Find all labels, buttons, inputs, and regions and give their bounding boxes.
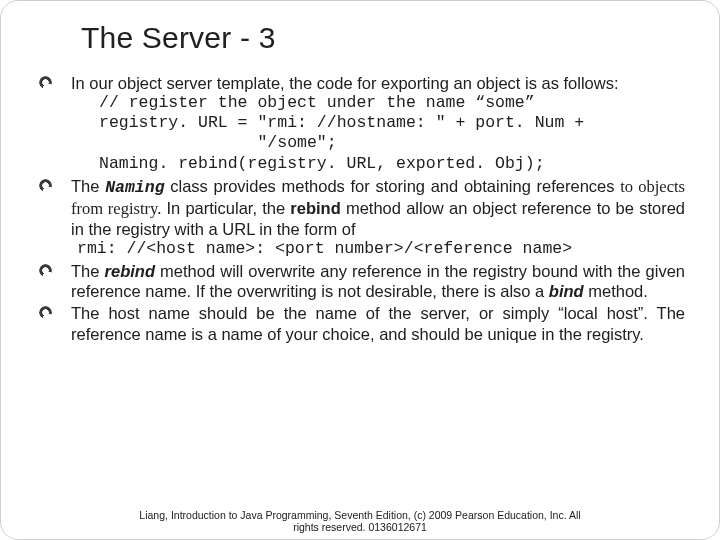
footer-line-2: rights reserved. 0136012671: [1, 521, 719, 533]
bullet-2-text-a: The: [71, 177, 105, 195]
bullet-3-rebind: rebind: [105, 262, 155, 280]
bullet-1-intro: In our object server template, the code …: [71, 74, 619, 92]
bullet-list: In our object server template, the code …: [35, 73, 685, 344]
footer-line-1: Liang, Introduction to Java Programming,…: [1, 509, 719, 521]
bullet-3-bind: bind: [549, 282, 584, 300]
bullet-3: The rebind method will overwrite any ref…: [35, 261, 685, 301]
bullet-2-naming-class: Naming: [105, 178, 164, 197]
bullet-2-rebind: rebind: [290, 199, 340, 217]
bullet-1-code-line-3: "/some";: [99, 133, 685, 153]
bullet-3-text-a: The: [71, 262, 105, 280]
bullet-4: The host name should be the name of the …: [35, 303, 685, 343]
bullet-3-text-e: method.: [584, 282, 648, 300]
bullet-1-code-line-1: // register the object under the name “s…: [99, 93, 685, 113]
bullet-1-code-line-2: registry. URL = "rmi: //hostname: " + po…: [99, 113, 685, 133]
slide-title: The Server - 3: [81, 21, 685, 55]
bullet-4-text: The host name should be the name of the …: [71, 304, 685, 342]
bullet-2-text-c: class provides methods for storing and o…: [165, 177, 621, 195]
bullet-2-url-format: rmi: //<host name>: <port number>/<refer…: [77, 239, 685, 259]
bullet-2-text-e: In particular, the: [161, 199, 290, 217]
slide: The Server - 3 In our object server temp…: [1, 1, 719, 539]
bullet-1: In our object server template, the code …: [35, 73, 685, 174]
bullet-1-code-line-4: Naming. rebind(registry. URL, exported. …: [99, 154, 685, 174]
bullet-2: The Naming class provides methods for st…: [35, 176, 685, 260]
slide-footer: Liang, Introduction to Java Programming,…: [1, 509, 719, 533]
